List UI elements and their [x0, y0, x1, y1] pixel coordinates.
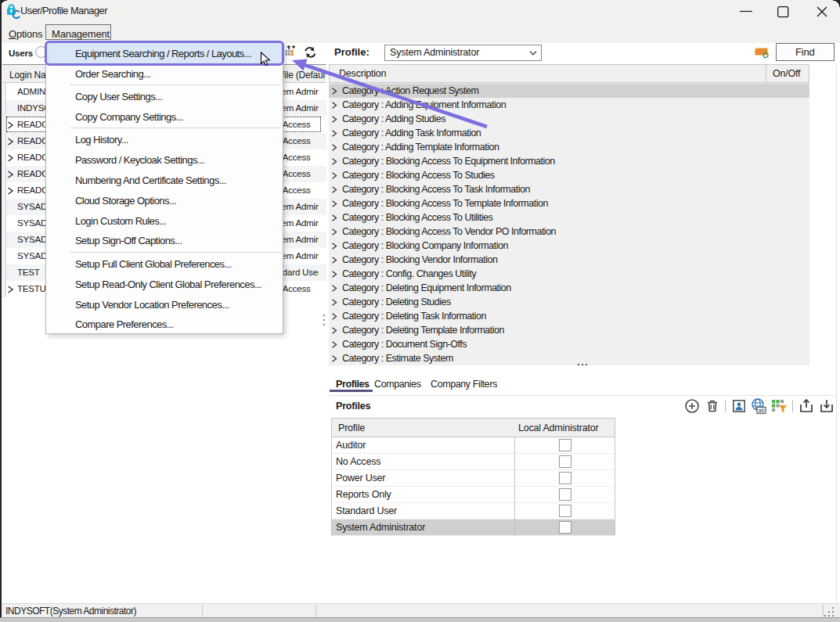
svg-text:ab: ab [759, 408, 765, 413]
